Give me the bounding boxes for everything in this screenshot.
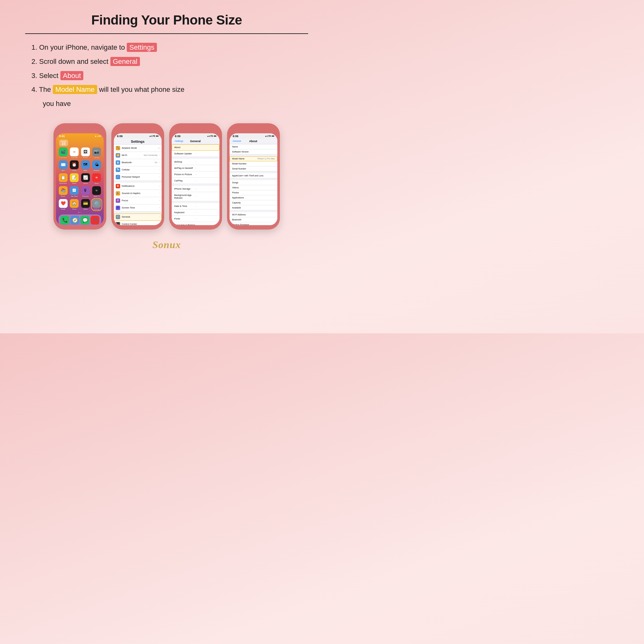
phone4-time: 6:06 (233, 135, 238, 138)
phone3-icons: ▲LTE ■■ (207, 135, 216, 137)
phone3-time: 6:06 (175, 135, 180, 138)
app-reminders[interactable]: 📋 Reminders (58, 173, 68, 184)
phone3-navbar: ‹ Settings General (172, 138, 219, 144)
about-row-photos: Photos (230, 190, 277, 195)
steps-section: 1. On your iPhone, navigate to Settings … (31, 43, 302, 113)
general-row-keyboard[interactable]: Keyboard › (172, 209, 219, 216)
settings-row-controlcenter[interactable]: 🎛 Control Center › (114, 221, 162, 225)
app-clock[interactable]: ⏰ Clock (70, 160, 79, 171)
phone2-notch (125, 126, 150, 132)
about-row-videos: Videos (230, 185, 277, 190)
general-row-softwareupdate[interactable]: Software Update › (172, 151, 219, 157)
phone4-back[interactable]: ‹ General (232, 140, 241, 142)
general-row-language[interactable]: Language & Region › (172, 222, 219, 225)
about-row-modelname: Model Name iPhone 11 Pro Max (230, 156, 277, 161)
app-home[interactable]: 🏠 Home (70, 199, 79, 210)
settings-row-focus[interactable]: 🎯 Focus › (114, 197, 162, 204)
app-maps[interactable]: 🗺 Maps (81, 160, 90, 171)
phone3-notch (183, 126, 208, 132)
dock-messages[interactable]: 💬 (81, 216, 89, 225)
phone1-time: 9:41 (59, 135, 65, 138)
settings-row-bluetooth[interactable]: B Bluetooth On › (114, 159, 162, 166)
phone2-status: 6:06 ▲LTE ■■ (114, 133, 162, 138)
app-calendar[interactable]: 23 Calendar (70, 147, 79, 158)
step-4-cont: you have (31, 99, 302, 109)
app-appletv[interactable]: tv Apple TV (92, 186, 102, 197)
settings-row-wifi[interactable]: 📶 Wi-Fi Not Connected › (114, 152, 162, 159)
highlight-settings: Settings (127, 43, 157, 52)
about-row-serial: Serial Number (230, 166, 277, 171)
phone2-time: 6:06 (117, 135, 123, 138)
phone4-navbar: ‹ General About (230, 138, 277, 144)
phone3-screen: 6:06 ▲LTE ■■ ‹ Settings General About › … (172, 133, 219, 225)
app-settings[interactable]: ⚙️ Settings (92, 199, 102, 210)
app-news[interactable]: N News (92, 173, 102, 184)
phone-about: 6:06 ▲LTE ■■ ‹ General About Name Softwa… (227, 123, 280, 230)
about-row-modelnumber: Model Number (230, 161, 277, 166)
phone3-title: General (183, 140, 208, 143)
settings-row-cellular[interactable]: 📡 Cellular › (114, 166, 162, 174)
app-camera[interactable]: 📷 Camera (92, 147, 102, 158)
about-row-applecare: AppleCare+ with Theft and Loss (230, 173, 277, 178)
phone-settings: 6:06 ▲LTE ■■ Settings ✈️ Airplane Mode ○… (111, 123, 164, 230)
general-row-airdrop[interactable]: AirDrop › (172, 159, 219, 165)
phone3-list: About › Software Update › AirDrop › AirP… (172, 144, 219, 225)
settings-row-sounds[interactable]: 🔊 Sounds & Haptics › (114, 190, 162, 197)
app-stocks[interactable]: 📈 Stocks (81, 173, 90, 184)
step-1: 1. On your iPhone, navigate to Settings (31, 43, 302, 53)
step-2: 2. Scroll down and select General (31, 57, 302, 67)
general-row-iphonestorage[interactable]: iPhone Storage › (172, 186, 219, 192)
general-row-about[interactable]: About › (172, 144, 219, 151)
phone-homescreen: 9:41 ▲ ● ■ Sunday 23 📹 FaceTime (53, 123, 106, 230)
general-row-datetime[interactable]: Date & Time › (172, 203, 219, 209)
about-row-applications: Applications (230, 195, 277, 200)
about-row-capacity: Capacity (230, 200, 277, 205)
app-podcasts[interactable]: 🎙 Podcasts (81, 186, 90, 197)
about-row-modem: Modem Firmware (230, 222, 277, 225)
app-books[interactable]: 📚 Books (58, 186, 68, 197)
dock-safari[interactable]: 🧭 (70, 216, 79, 225)
general-row-backgroundapp[interactable]: Background App Refresh › (172, 192, 219, 201)
phone2-icons: ▲LTE ■■ (149, 135, 158, 137)
phone4-title: About (241, 140, 265, 143)
settings-row-screentime[interactable]: ⏱ Screen Time › (114, 204, 162, 212)
phone-general: 6:06 ▲LTE ■■ ‹ Settings General About › … (169, 123, 222, 230)
app-mail[interactable]: ✉️ Mail (58, 160, 68, 171)
about-row-bluetooth: Bluetooth (230, 217, 277, 222)
app-health[interactable]: ❤️ Health (58, 199, 68, 210)
general-row-fonts[interactable]: Fonts › (172, 216, 219, 222)
phone3-status: 6:06 ▲LTE ■■ (172, 133, 219, 138)
phone1-status-icons: ▲ ● ■ (95, 135, 101, 137)
about-row-available: Available (230, 205, 277, 210)
app-facetime[interactable]: 📹 FaceTime (58, 147, 68, 158)
app-weather[interactable]: 🌤 Weather (92, 160, 102, 171)
settings-row-general[interactable]: ⚙️ General › (114, 214, 162, 221)
app-photos[interactable]: 🖼 Photos (81, 147, 90, 158)
brand-logo: Sonux (153, 239, 181, 251)
phone2-list: ✈️ Airplane Mode ○ 📶 Wi-Fi Not Connected… (114, 145, 162, 225)
settings-row-airplane[interactable]: ✈️ Airplane Mode ○ (114, 145, 162, 152)
about-row-software: Software Version (230, 149, 277, 154)
about-row-songs: Songs (230, 180, 277, 185)
phone4-icons: ▲LTE ■■ (265, 135, 274, 137)
settings-row-notifications[interactable]: 🔔 Notifications › (114, 183, 162, 190)
phone2-settings-header: Settings (114, 138, 162, 145)
app-wallet[interactable]: 💳 Wallet (81, 199, 90, 210)
app-notes[interactable]: 📝 Notes (70, 173, 79, 184)
general-row-pip[interactable]: Picture in Picture › (172, 171, 219, 178)
dock-phone[interactable]: 📞 (60, 216, 69, 225)
page-title: Finding Your Phone Size (91, 13, 242, 28)
phone4-notch (241, 126, 266, 132)
general-row-carplay[interactable]: CarPlay › (172, 178, 219, 184)
general-row-airplay[interactable]: AirPlay & Handoff › (172, 165, 219, 171)
phone4-status: 6:06 ▲LTE ■■ (230, 133, 277, 138)
app-appstore[interactable]: 🅰 App Store (70, 186, 79, 197)
settings-row-hotspot[interactable]: 🔗 Personal Hotspot › (114, 174, 162, 181)
dock: 📞 🧭 💬 🎵 (58, 214, 101, 225)
phone3-back[interactable]: ‹ Settings (174, 140, 183, 142)
phone1-notch (67, 126, 92, 132)
phone4-screen: 6:06 ▲LTE ■■ ‹ General About Name Softwa… (230, 133, 277, 225)
phone1-screen: 9:41 ▲ ● ■ Sunday 23 📹 FaceTime (56, 133, 104, 225)
dock-music[interactable]: 🎵 (91, 216, 99, 225)
about-row-wifi: Wi-Fi Address (230, 212, 277, 217)
